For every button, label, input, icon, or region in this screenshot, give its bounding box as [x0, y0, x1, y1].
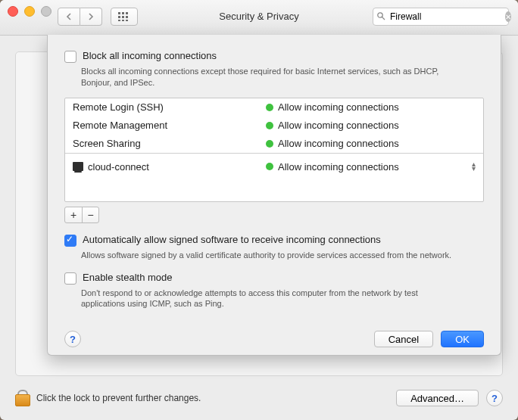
status-dot-icon: [266, 122, 273, 129]
app-name: cloud-connect: [88, 161, 149, 173]
status-dot-icon: [266, 163, 273, 170]
app-icon: [73, 162, 83, 171]
status-dot-icon: [266, 140, 273, 148]
lock-icon[interactable]: [15, 390, 29, 406]
sheet-footer: ? Cancel OK: [64, 331, 484, 347]
search-icon: [376, 11, 385, 23]
stealth-checkbox[interactable]: [64, 272, 76, 285]
service-row[interactable]: Screen Sharing Allow incoming connection…: [65, 135, 483, 153]
search-field[interactable]: ✕: [373, 8, 509, 26]
firewall-app-list: Remote Login (SSH) Allow incoming connec…: [64, 98, 484, 202]
prefs-body: Block all incoming connections Blocks al…: [0, 35, 518, 420]
preferences-window: Security & Privacy ✕ Block all incoming …: [0, 0, 518, 420]
auto-allow-row: Automatically allow signed software to r…: [64, 234, 484, 247]
service-status: Allow incoming connections: [278, 101, 399, 113]
service-name: Remote Login (SSH): [73, 101, 266, 113]
updown-arrows-icon[interactable]: ▴▾: [472, 162, 476, 171]
block-all-label: Block all incoming connections: [83, 50, 217, 61]
app-status-popup[interactable]: Allow incoming connections: [278, 161, 399, 173]
help-button[interactable]: ?: [486, 390, 503, 406]
stealth-desc: Don't respond to or acknowledge attempts…: [81, 288, 463, 310]
firewall-options-sheet: Block all incoming connections Blocks al…: [47, 35, 501, 356]
cancel-button[interactable]: Cancel: [374, 331, 433, 347]
svg-line-10: [382, 17, 385, 19]
advanced-button[interactable]: Advanced…: [396, 390, 479, 406]
remove-button[interactable]: −: [82, 207, 98, 222]
clear-search-button[interactable]: ✕: [505, 11, 511, 22]
service-name: Screen Sharing: [73, 138, 266, 149]
auto-allow-checkbox[interactable]: [64, 235, 76, 247]
stealth-label: Enable stealth mode: [83, 272, 173, 283]
block-all-row: Block all incoming connections: [64, 50, 484, 63]
add-button[interactable]: +: [65, 207, 82, 222]
service-name: Remote Management: [73, 120, 266, 131]
stealth-row: Enable stealth mode: [64, 272, 484, 285]
svg-point-9: [378, 12, 382, 17]
service-row[interactable]: Remote Login (SSH) Allow incoming connec…: [65, 98, 483, 117]
search-input[interactable]: [388, 11, 505, 23]
add-remove-segment: + −: [64, 207, 99, 223]
help-button[interactable]: ?: [64, 331, 81, 347]
service-status: Allow incoming connections: [278, 138, 399, 149]
auto-allow-desc: Allows software signed by a valid certif…: [81, 250, 463, 261]
list-empty-space: [65, 180, 483, 201]
block-all-checkbox[interactable]: [64, 51, 76, 63]
auto-allow-label: Automatically allow signed software to r…: [83, 234, 381, 245]
ok-button[interactable]: OK: [441, 331, 484, 347]
service-row[interactable]: Remote Management Allow incoming connect…: [65, 117, 483, 135]
service-status: Allow incoming connections: [278, 120, 399, 131]
lock-text: Click the lock to prevent further change…: [36, 393, 201, 403]
titlebar: Security & Privacy ✕: [0, 0, 518, 36]
status-dot-icon: [266, 104, 273, 111]
lock-row: Click the lock to prevent further change…: [0, 376, 518, 420]
app-row[interactable]: cloud-connect Allow incoming connections…: [65, 154, 483, 180]
block-all-desc: Blocks all incoming connections except t…: [81, 66, 463, 89]
